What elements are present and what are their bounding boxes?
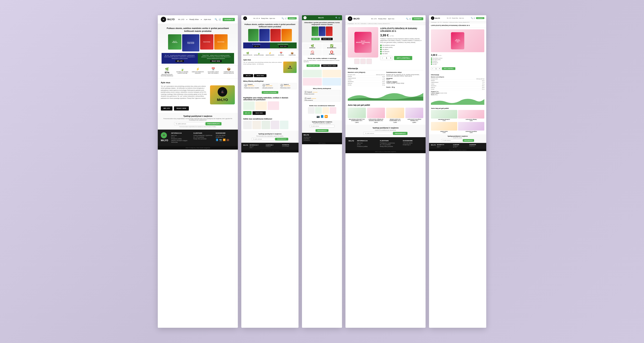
instagram-icon[interactable]: 📷 — [219, 139, 222, 141]
feature-nutrition: 🌿 97% IŠSAUGOTA IKI 97%MAISTINIŲ MEDŽIAG… — [159, 67, 175, 77]
s5-nav-about[interactable]: Apie mus — [459, 17, 464, 19]
s3-subscribe-btn[interactable]: PRENUMERUOTI — [316, 129, 329, 132]
footer-link-about[interactable]: Apie mus — [171, 135, 190, 136]
s5-cart-icon[interactable]: 🛒 — [474, 17, 476, 19]
s5-nav-mrlyo[interactable]: Mr. LYO — [447, 17, 451, 19]
s4-search-icon[interactable]: 🔍 — [406, 18, 408, 20]
s2-shop-readywise-btn[interactable]: READY WISE — [252, 111, 266, 115]
s5-contact-btn[interactable]: SUSISIEKTI — [476, 17, 484, 19]
s4-related-3[interactable]: MANGO KARYS SU DARŽOVĖMIS 110 G 7,49 € — [386, 108, 404, 123]
s4-related-1[interactable]: MAKARONAI SPACHETTI SU DARŽOVĖMIS 110 G … — [348, 108, 366, 123]
s5-subscribe-btn[interactable]: PRENUMERUOTI — [463, 139, 474, 142]
s5-email-input[interactable] — [441, 139, 462, 142]
s4-related-4[interactable]: LIOFILIZUOTI SALDŽIOJI PAPRIKA 40 G 3,99… — [405, 108, 424, 123]
s3-product-4[interactable] — [322, 78, 341, 85]
s4-cart-icon[interactable]: 🛒 — [409, 18, 411, 20]
s4-qty-increase[interactable]: + — [388, 56, 393, 60]
readywise-btn[interactable]: READY WISE — [174, 106, 189, 110]
footer-link-mrlyo-products[interactable]: Mr. LYO produktai — [194, 136, 213, 138]
s4-add-cart-button[interactable]: ĮDĖTI Į KREPŠELĮ — [394, 56, 412, 60]
s4-footer-delivery[interactable]: Pristatymas ir grąžinimas — [380, 142, 400, 144]
s4-related-2[interactable]: LIOFILIZUOTŲ VIŠKENŲ IR BANANŲ UŽKANDIS … — [367, 108, 385, 123]
s4-related-img-3 — [386, 108, 404, 118]
s3-product-3[interactable] — [303, 78, 322, 85]
s2-nav-link-about[interactable]: Apie mus — [270, 18, 275, 19]
s3-product-1[interactable] — [303, 70, 322, 77]
s2-readywise-about-btn[interactable]: READY WISE — [254, 74, 266, 77]
s3-mrlyo-btn[interactable]: MR. LYO — [311, 38, 320, 40]
nav-link-mrlyo[interactable]: Mr. LYO — [178, 18, 184, 20]
s4-footer-about[interactable]: Apie mus — [357, 142, 377, 144]
s4-footer-readywise-prod[interactable]: Ready Wise produktai — [380, 146, 400, 147]
s4-thumb-1[interactable] — [354, 59, 360, 64]
s3-youtube-icon[interactable]: ▶️ — [324, 115, 328, 118]
s4-qty-decrease[interactable]: − — [380, 56, 384, 60]
footer-link-privacy[interactable]: Privatumo politika — [171, 138, 190, 139]
nav-link-readywise[interactable]: Ready Wise — [190, 18, 199, 20]
s3-readywise-btn[interactable]: READY WISE — [321, 38, 333, 40]
s4-thumb-2[interactable] — [360, 59, 366, 64]
s4-nav-readywise[interactable]: Ready Wise — [378, 18, 386, 20]
cart-icon[interactable]: 🛒 — [218, 18, 222, 21]
mrlyo-btn[interactable]: MR. LYO — [161, 106, 172, 110]
s5-related-4[interactable]: LIOFILIZUOTI SALDŽIOJI 3,99 € — [458, 122, 484, 133]
s5-add-cart-button[interactable]: ĮDĖTI Į KREPŠELĮ — [442, 67, 455, 70]
s4-footer-privacy[interactable]: Privatumo politika — [357, 146, 377, 147]
s4-footer-email[interactable]: info@mrlyo.lt — [403, 144, 422, 145]
s2-contact-button[interactable]: SUSISIEKTI — [288, 17, 297, 19]
s4-footer-phone[interactable]: +370 334 08065 — [403, 142, 422, 144]
linkedin-icon[interactable]: 💼 — [226, 139, 229, 141]
s2-nav-link-readywise[interactable]: Ready Wise — [261, 18, 268, 19]
s5-related-3[interactable]: MANGO KARYS 7,49 € — [431, 122, 457, 133]
youtube-icon[interactable]: ▶️ — [223, 139, 226, 141]
footer-email[interactable]: info@mrlyo.lt — [216, 136, 235, 138]
footer-link-duk[interactable]: D.U.K. — [171, 136, 190, 138]
subscribe-button[interactable]: PRENUMERUOTI — [206, 122, 222, 125]
s3-search-icon[interactable]: 🔍 — [335, 17, 338, 19]
s2-cart-icon[interactable]: 🛒 — [284, 17, 287, 19]
email-input[interactable] — [174, 122, 205, 125]
s4-subscribe-btn[interactable]: PRENUMERUOTI — [393, 132, 408, 135]
s4-footer-mrlyo[interactable]: Mr. LYO produktai — [380, 144, 400, 145]
s2-subscribe-btn[interactable]: PRENUMERUOTI — [275, 138, 288, 140]
s4-thumb-3[interactable] — [366, 59, 372, 64]
s3-product-2[interactable] — [322, 70, 341, 77]
footer-link-cookies[interactable]: Slapukų naudojimo sąlygos — [171, 140, 190, 141]
s5-related-2[interactable]: LIOFILIZUOTŲ VIŠKENŲ 3,99 € — [458, 110, 484, 121]
s2-email-input[interactable] — [252, 138, 274, 140]
s2-nav-link-mrlyo[interactable]: Mr. LYO ▼ — [254, 18, 260, 19]
s3-cart-icon[interactable]: 🛒 — [338, 17, 340, 19]
s5-search-icon[interactable]: 🔍 — [471, 17, 473, 19]
s2-more-reviews-btn[interactable]: DAUGIAU ATSILIEPIMŲ — [262, 91, 278, 94]
facebook-icon[interactable]: 📘 — [216, 139, 218, 141]
s3-email-input[interactable] — [310, 125, 334, 127]
s3-instagram-icon[interactable]: 📷 — [316, 115, 320, 118]
footer-link-requisites[interactable]: Rekvinzitai — [171, 142, 190, 143]
s2-mrlyo-about-btn[interactable]: MR. LYO — [243, 74, 253, 77]
hero-band-readywise-btn[interactable]: READY WISE — [210, 60, 222, 62]
s4-footer-duk[interactable]: D.U.K. — [357, 144, 377, 145]
s4-nav-about[interactable]: Apie mus — [388, 18, 394, 20]
footer-link-delivery[interactable]: Prekių pristatymas ir grąžinimas — [194, 135, 213, 136]
s5-qty-increase[interactable]: + — [438, 67, 441, 70]
hero-band-mrlyo-btn[interactable]: MR. LYO — [176, 60, 184, 62]
s4-nav-mrlyo[interactable]: Mr. LYO — [371, 18, 377, 20]
s3-shop-readywise-btn[interactable]: PIRKTI READY WISE — [321, 64, 337, 67]
s5-nav-readywise[interactable]: Ready Wise — [452, 17, 458, 19]
s5-qty-decrease[interactable]: − — [431, 67, 434, 70]
s3-shop-mrlyo-btn[interactable]: PIRKTI MR. LYO — [306, 64, 320, 67]
s3-facebook-icon[interactable]: 📘 — [320, 115, 324, 118]
s2-mrlyo-btn[interactable]: MR. LYO — [253, 45, 260, 47]
s2-shop-mrlyo-btn[interactable]: MR. LYO — [243, 111, 252, 115]
s5-related-1[interactable]: MAKARONAI SPACHETTI 7,49 € — [431, 110, 457, 121]
s4-email-input[interactable] — [364, 132, 392, 135]
s4-contact-btn[interactable]: SUSISIEKTI — [412, 17, 423, 20]
nav-link-about[interactable]: Apie mus — [204, 18, 211, 20]
contact-button[interactable]: SUSISIEKTI — [222, 18, 235, 21]
s2-search-icon[interactable]: 🔍 — [282, 17, 284, 19]
s2-band-left: Mr. Lyo produktai... MR. LYO — [243, 42, 270, 48]
search-icon[interactable]: 🔍 — [214, 18, 218, 21]
footer-link-readywise-products[interactable]: Ready Wise produktai — [194, 138, 213, 139]
s2-readywise-btn[interactable]: READY WISE — [279, 45, 288, 47]
footer-phone[interactable]: +370 334 08065 — [216, 135, 235, 136]
